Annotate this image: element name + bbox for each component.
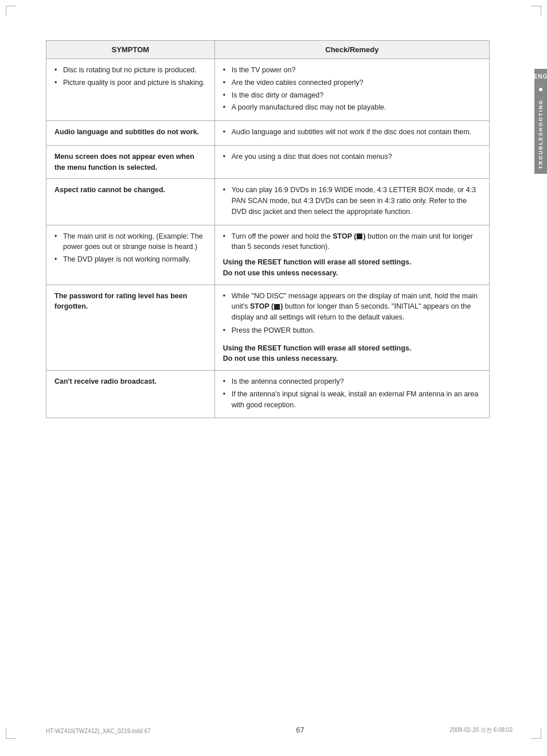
remedy-bullet-item: • If the antenna's input signal is weak,… xyxy=(223,389,481,411)
remedy-text: Is the TV power on? xyxy=(232,65,296,76)
bullet-icon: • xyxy=(223,127,229,138)
stop-square-icon xyxy=(274,304,280,310)
remedy-cell: • While "NO DISC" message appears on the… xyxy=(214,285,489,371)
footer-timestamp: 2008-02-20 오전 6:08:02 xyxy=(450,726,513,734)
table-row: • The main unit is not working. (Example… xyxy=(46,225,490,285)
side-tab: ENG TROUBLESHOOTING xyxy=(534,69,547,174)
remedy-bullet-item: • Is the disc dirty or damaged? xyxy=(223,90,481,101)
bullet-icon: • xyxy=(223,102,229,113)
bullet-icon: • xyxy=(223,376,229,387)
header-symptom: SYMPTOM xyxy=(46,41,215,59)
symptom-cell: Can't receive radio broadcast. xyxy=(46,371,215,418)
content-area: SYMPTOM Check/Remedy • Disc is rotating … xyxy=(46,40,490,418)
remedy-text: Press the POWER button. xyxy=(232,325,315,336)
remedy-bullet-item: • Is the antenna connected properly? xyxy=(223,376,481,387)
bullet-icon: • xyxy=(223,291,229,302)
symptom-cell: • The main unit is not working. (Example… xyxy=(46,225,215,285)
symptom-text: Can't receive radio broadcast. xyxy=(54,377,157,385)
symptom-cell: Aspect ratio cannot be changed. xyxy=(46,179,215,225)
symptom-bullet-item: • The DVD player is not working normally… xyxy=(54,254,206,265)
symptom-text: Aspect ratio cannot be changed. xyxy=(54,186,165,194)
remedy-text: Are the video cables connected properly? xyxy=(232,77,364,88)
remedy-text: Is the disc dirty or damaged? xyxy=(232,90,324,101)
stop-square-icon xyxy=(357,233,362,239)
remedy-text: You can play 16:9 DVDs in 16:9 WIDE mode… xyxy=(232,185,481,217)
remedy-bullet-item: • Turn off the power and hold the STOP (… xyxy=(223,231,481,253)
symptom-cell: Menu screen does not appear even when th… xyxy=(46,145,215,179)
symptom-text: Disc is rotating but no picture is produ… xyxy=(63,65,197,76)
remedy-text: Is the antenna connected properly? xyxy=(232,376,344,387)
table-row: The password for rating level has been f… xyxy=(46,285,490,371)
remedy-text: Audio language and subtitles will not wo… xyxy=(232,127,471,138)
remedy-bullet-item: • Are the video cables connected properl… xyxy=(223,77,481,88)
bullet-icon: • xyxy=(223,231,229,242)
remedy-bullet-item: • Press the POWER button. xyxy=(223,325,481,336)
remedy-bullet-item: • A poorly manufactured disc may not be … xyxy=(223,102,481,113)
symptom-text: The main unit is not working. (Example: … xyxy=(63,231,206,253)
header-remedy: Check/Remedy xyxy=(214,41,489,59)
table-row: • Disc is rotating but no picture is pro… xyxy=(46,59,490,121)
bullet-icon: • xyxy=(54,77,60,88)
remedy-bullet-item: • Is the TV power on? xyxy=(223,65,481,76)
bullet-icon: • xyxy=(54,231,60,242)
bullet-icon: • xyxy=(223,77,229,88)
symptom-cell: • Disc is rotating but no picture is pro… xyxy=(46,59,215,121)
symptom-text: Menu screen does not appear even when th… xyxy=(54,153,194,172)
symptom-cell: Audio language and subtitles do not work… xyxy=(46,121,215,146)
corner-mark-tr xyxy=(531,6,541,16)
symptom-bullet-item: • Disc is rotating but no picture is pro… xyxy=(54,65,206,76)
symptom-bullet-item: • The main unit is not working. (Example… xyxy=(54,231,206,253)
symptom-text: Picture quality is poor and picture is s… xyxy=(63,77,205,88)
table-row: Audio language and subtitles do not work… xyxy=(46,121,490,146)
side-tab-dot xyxy=(539,88,542,91)
remedy-cell: • Are you using a disc that does not con… xyxy=(214,145,489,179)
remedy-text: If the antenna's input signal is weak, i… xyxy=(232,389,481,411)
remedy-text: A poorly manufactured disc may not be pl… xyxy=(232,102,386,113)
remedy-bullet-item: • Are you using a disc that does not con… xyxy=(223,151,481,162)
reset-notice: Using the RESET function will erase all … xyxy=(223,343,481,365)
symptom-text: Audio language and subtitles do not work… xyxy=(54,128,199,136)
page-number: 67 xyxy=(296,726,304,734)
troubleshooting-table: SYMPTOM Check/Remedy • Disc is rotating … xyxy=(46,40,490,418)
remedy-cell: • You can play 16:9 DVDs in 16:9 WIDE mo… xyxy=(214,179,489,225)
footer: HT-WZ410(TWZ412)_XAC_0219.indd 67 67 200… xyxy=(0,726,547,734)
remedy-cell: • Is the antenna connected properly? • I… xyxy=(214,371,489,418)
table-row: Menu screen does not appear even when th… xyxy=(46,145,490,179)
remedy-cell: • Is the TV power on? • Are the video ca… xyxy=(214,59,489,121)
bullet-icon: • xyxy=(223,65,229,76)
bullet-icon: • xyxy=(223,90,229,101)
corner-mark-tl xyxy=(6,6,16,16)
reset-notice: Using the RESET function will erase all … xyxy=(223,257,481,279)
remedy-cell: • Turn off the power and hold the STOP (… xyxy=(214,225,489,285)
bullet-icon: • xyxy=(223,151,229,162)
bullet-icon: • xyxy=(223,185,229,196)
table-row: Aspect ratio cannot be changed. • You ca… xyxy=(46,179,490,225)
footer-filename: HT-WZ410(TWZ412)_XAC_0219.indd 67 xyxy=(46,728,151,734)
remedy-text: Are you using a disc that does not conta… xyxy=(232,151,392,162)
bullet-icon: • xyxy=(223,325,229,336)
side-tab-section-label: TROUBLESHOOTING xyxy=(538,99,544,169)
symptom-text: The password for rating level has been f… xyxy=(54,292,187,311)
remedy-text: Turn off the power and hold the STOP () … xyxy=(232,231,481,253)
symptom-text: The DVD player is not working normally. xyxy=(63,254,190,265)
table-row: Can't receive radio broadcast. • Is the … xyxy=(46,371,490,418)
bullet-icon: • xyxy=(54,254,60,265)
symptom-cell: The password for rating level has been f… xyxy=(46,285,215,371)
side-tab-eng: ENG xyxy=(534,73,547,80)
remedy-bullet-item: • While "NO DISC" message appears on the… xyxy=(223,291,481,323)
remedy-bullet-item: • Audio language and subtitles will not … xyxy=(223,127,481,138)
bullet-icon: • xyxy=(223,389,229,400)
remedy-text: While "NO DISC" message appears on the d… xyxy=(232,291,481,323)
remedy-bullet-item: • You can play 16:9 DVDs in 16:9 WIDE mo… xyxy=(223,185,481,217)
bullet-icon: • xyxy=(54,65,60,76)
page-wrapper: ENG TROUBLESHOOTING SYMPTOM Check/Remedy… xyxy=(0,0,547,756)
symptom-bullet-item: • Picture quality is poor and picture is… xyxy=(54,77,206,88)
remedy-cell: • Audio language and subtitles will not … xyxy=(214,121,489,146)
